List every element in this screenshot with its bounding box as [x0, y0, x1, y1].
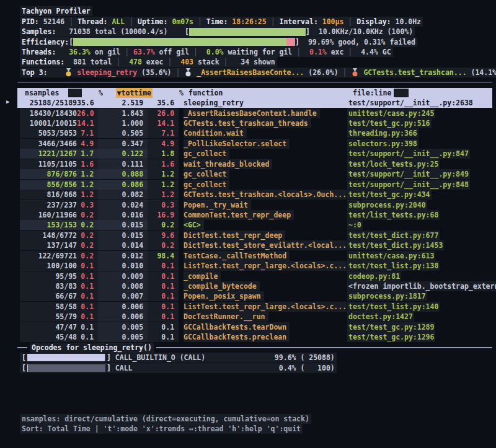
separator [0, 77, 496, 87]
cell-function-name: gc_collect [184, 149, 229, 159]
text-segment: 52146 [43, 17, 69, 26]
cell-tottime: 0.010 [98, 261, 148, 271]
table-row[interactable]: 100/1000.1 0.010 0.1 ListTest.test_repr_… [0, 261, 496, 271]
cell-pct-cumulative: 0.1 [148, 291, 179, 301]
cell-nsamples: 1221/1267 [20, 149, 77, 159]
cell-nsamples: 856/856 [20, 180, 77, 190]
cell-nsamples: 816/868 [20, 190, 77, 200]
cell-file-line: codeop.py:81 [347, 271, 401, 281]
cell-pct-direct: 0.2 [77, 210, 98, 220]
cell-pct-direct: 0.1 [77, 261, 98, 271]
table-row[interactable]: 237/2370.3 0.024 0.3 Popen._try_waitsubp… [0, 200, 496, 209]
table-row[interactable]: 856/8561.2 0.086 1.2 gc_collecttest/supp… [0, 179, 496, 189]
table-row[interactable]: 55/790.1 0.006 0.1 DocTestRunner.__rundo… [0, 312, 496, 322]
cell-nsamples: 45/48 [20, 332, 77, 342]
text-segment: Functions: [22, 58, 64, 66]
col-header-function[interactable]: function [188, 89, 352, 97]
cell-pct-cumulative: 16.9 [148, 210, 179, 220]
col-header-nsamples[interactable]: nsamples [20, 89, 68, 97]
text-segment: stack [193, 58, 223, 66]
col-header-pct-direct[interactable]: % [82, 89, 103, 97]
sort-column-label[interactable]: ▼tottime [116, 88, 153, 98]
samples-line: Samples: 71038 total (10000.4/s) [] 10.0… [0, 27, 496, 37]
table-row[interactable]: 58/580.1 0.006 0.1 ListTest.test_repr_la… [0, 302, 496, 312]
table-row[interactable]: 47/470.1 0.005 0.1 GCCallbackTests.tearD… [0, 322, 496, 332]
col-header-pct-cumulative[interactable]: % [153, 89, 184, 97]
cell-file-line: test/test_gc.py:516 [347, 118, 432, 128]
table-row[interactable]: 5053/50537.1 0.505 7.1 Condition.waitthr… [0, 128, 496, 138]
cell-pct-cumulative: 9.6 [148, 231, 179, 240]
table-row[interactable]: 153/1530.2 0.015 0.2 <GC>~:0 [0, 220, 496, 230]
text-segment: ALL [112, 17, 129, 26]
table-row[interactable]: 45/480.1 0.005 0.1 GCCallbackTests.precl… [0, 332, 496, 342]
table-row[interactable]: 148/67720.2 0.015 9.6 DictTest.test_repr… [0, 231, 496, 240]
text-segment: PID: [22, 17, 43, 26]
text-segment: │ [296, 48, 301, 56]
cell-pct-direct: 0.1 [77, 281, 98, 291]
cell-pct-direct: 0.1 [77, 291, 98, 301]
text-segment [48, 68, 65, 77]
table-row[interactable]: 876/8761.2 0.088 1.2 gc_collecttest/supp… [0, 169, 496, 179]
cell-tottime: 0.088 [98, 169, 148, 179]
cell-function-name: DictTest.test_repr_deep [184, 231, 285, 240]
table-row[interactable]: 1105/11051.6 0.111 1.6 wait_threads_bloc… [0, 159, 496, 169]
cell-file-line: test/support/__init__.py:847 [347, 149, 470, 159]
table-row[interactable]: 83/830.1 0.008 0.1 _compile_bytecode<fro… [0, 281, 496, 291]
opcodes-section-header: Opcodes for sleeping_retry() [0, 342, 496, 352]
text-segment: Display: [356, 17, 395, 26]
table-row[interactable]: 816/8681.2 0.082 1.2 GCTests.test_trashc… [0, 190, 496, 200]
cell-nsamples: 83/83 [20, 281, 77, 291]
text-segment: off gil [155, 48, 193, 56]
cell-nsamples: 55/79 [20, 312, 77, 322]
cell-tottime: 0.016 [98, 210, 148, 220]
table-row[interactable]: 66/670.1 0.007 0.1 Popen._posix_spawnsub… [0, 291, 496, 301]
cell-tottime: 0.505 [98, 128, 148, 138]
opcodes-body: [] CALL_BUILTIN_O (CALL)99.6% ( 25088)[]… [0, 353, 496, 373]
cell-tottime: 1.843 [98, 108, 148, 118]
text-segment: 36.3% [69, 48, 91, 56]
table-row[interactable]: 122/697210.2 0.012 98.4 TestCase._callTe… [0, 251, 496, 261]
cell-pct-direct: 4.9 [77, 139, 98, 149]
text-segment: 10.0Hz [395, 17, 421, 26]
table-row[interactable]: 10001/1001514.1 1.000 14.1 GCTests.test_… [0, 118, 496, 128]
table-row[interactable]: 1221/12671.7 0.122 1.8 gc_collecttest/su… [0, 149, 496, 159]
cell-nsamples: 237/237 [20, 200, 77, 210]
text-segment: │ [125, 48, 129, 56]
cell-tottime: 0.006 [98, 302, 148, 312]
cell-file-line: selectors.py:398 [347, 139, 418, 149]
text-segment: │ [343, 68, 352, 77]
table-row[interactable]: 3466/34664.9 0.347 4.9 _PollLikeSelector… [0, 139, 496, 149]
cell-pct-cumulative: 1.6 [148, 159, 179, 169]
footer-keys-line: Sort: Total Time | 't':mode 'x':trends ↔… [0, 424, 496, 434]
text-segment: 0m07s [172, 17, 198, 26]
text-segment: Threads: [22, 48, 56, 56]
threads-content: Threads: 36.3% on gil │ 63.7% off gil │ … [20, 47, 393, 57]
cell-function-name: gc_collect [184, 169, 229, 179]
text-segment [120, 58, 129, 66]
table-row[interactable]: 18430/1843026.0 1.843 26.0 _AssertRaises… [0, 108, 496, 118]
samples-total: 71038 total (10000.4/s) [56, 27, 185, 36]
table-row[interactable]: 160/119660.2 0.016 16.9 CommonTest.test_… [0, 210, 496, 220]
table-row-selected[interactable]: ▶25188/2518935.6 2.519 35.6 sleeping_ret… [17, 98, 492, 108]
cell-pct-direct: 35.6 [77, 98, 98, 108]
cell-nsamples: 100/100 [20, 261, 77, 271]
cell-pct-cumulative: 0.2 [148, 240, 179, 250]
text-segment: _AssertRaisesBaseConte... [192, 68, 304, 77]
cell-file-line: test/test_gc.py:1296 [347, 332, 435, 342]
table-row[interactable]: 137/1470.2 0.014 0.2 DictTest.test_store… [0, 240, 496, 250]
efficiency-bar-failed-segment [286, 38, 295, 46]
cell-function-name: CommonTest.test_repr_deep [184, 210, 294, 220]
cell-nsamples: 25188/25189 [20, 98, 77, 108]
text-segment: on gil [91, 48, 125, 56]
cell-function-name: _PollLikeSelector.select [184, 139, 290, 149]
text-segment [172, 58, 180, 66]
bracket: [ [22, 364, 26, 372]
cell-tottime: 0.015 [98, 220, 148, 230]
cell-file-line: <frozen importlib._bootstrap_externa [347, 281, 496, 291]
opcode-stats: 99.6% ( 25088) [262, 353, 335, 362]
cell-tottime: 0.007 [98, 291, 148, 301]
cell-nsamples: 58/58 [20, 302, 77, 312]
table-row[interactable]: 95/950.1 0.009 0.1 _compilecodeop.py:81 [0, 271, 496, 281]
cell-pct-direct: 1.7 [77, 149, 98, 159]
col-header-file-line[interactable]: file:line [352, 89, 391, 97]
